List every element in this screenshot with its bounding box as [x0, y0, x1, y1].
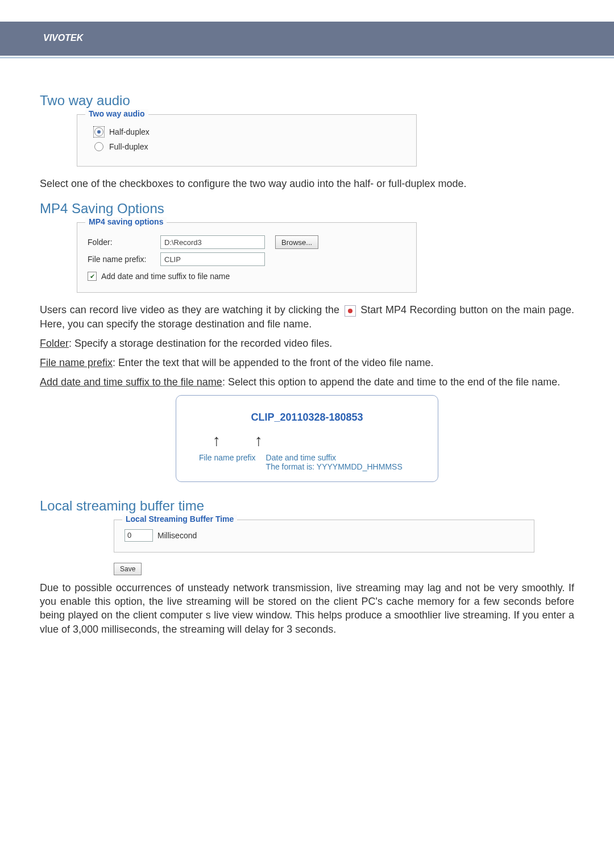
section-heading-mp4: MP4 Saving Options — [40, 201, 574, 217]
brand-label: VIVOTEK — [0, 22, 614, 43]
two-way-audio-note: Select one of the checkboxes to configur… — [40, 177, 574, 190]
file-prefix-label: File name prefix: — [88, 255, 150, 264]
add-date-suffix-checkbox[interactable] — [88, 272, 97, 281]
arrow-up-icon: ↑ — [213, 433, 221, 448]
caption-prefix: File name prefix — [199, 453, 256, 471]
suffix-description: Add date and time suffix to the file nam… — [40, 375, 574, 389]
section-heading-two-way-audio: Two way audio — [40, 93, 574, 109]
radio-half-duplex[interactable] — [94, 127, 103, 136]
example-filename: CLIP_20110328-180853 — [199, 412, 415, 423]
buffer-unit-label: Millisecond — [157, 531, 197, 540]
browse-button[interactable]: Browse... — [275, 235, 318, 249]
folder-description: Folder: Specify a storage destination fo… — [40, 337, 574, 350]
filename-example-callout: CLIP_20110328-180853 ↑ ↑ File name prefi… — [176, 395, 438, 482]
buffer-value-input[interactable]: 0 — [125, 529, 153, 542]
mp4-options-fieldset: MP4 saving options Folder: D:\Record3 Br… — [77, 222, 417, 293]
fieldset-legend: MP4 saving options — [85, 217, 167, 226]
radio-label: Full-duplex — [109, 142, 148, 151]
buffer-paragraph: Due to possible occurrences of unsteady … — [40, 581, 574, 636]
record-icon — [345, 305, 356, 317]
radio-label: Half-duplex — [109, 127, 150, 136]
file-prefix-input[interactable]: CLIP — [160, 252, 265, 266]
radio-full-duplex-row[interactable]: Full-duplex — [93, 141, 406, 152]
folder-label: Folder: — [88, 238, 150, 247]
two-way-audio-fieldset: Two way audio Half-duplex Full-duplex — [77, 114, 417, 167]
folder-input[interactable]: D:\Record3 — [160, 235, 265, 249]
add-date-suffix-label: Add date and time suffix to file name — [101, 272, 230, 281]
prefix-description: File name prefix: Enter the text that wi… — [40, 356, 574, 369]
header-bar: VIVOTEK — [0, 22, 614, 56]
radio-half-duplex-row[interactable]: Half-duplex — [93, 126, 406, 138]
radio-full-duplex[interactable] — [94, 142, 103, 151]
fieldset-legend: Two way audio — [85, 109, 148, 118]
buffer-fieldset: Local Streaming Buffer Time 0 Millisecon… — [114, 520, 534, 553]
arrow-up-icon: ↑ — [255, 433, 263, 448]
fieldset-legend: Local Streaming Buffer Time — [122, 514, 237, 524]
mp4-paragraph-1: Users can record live video as they are … — [40, 303, 574, 331]
caption-suffix: Date and time suffix The format is: YYYY… — [266, 453, 403, 471]
save-button[interactable]: Save — [114, 563, 142, 575]
section-heading-buffer: Local streaming buffer time — [40, 498, 574, 514]
